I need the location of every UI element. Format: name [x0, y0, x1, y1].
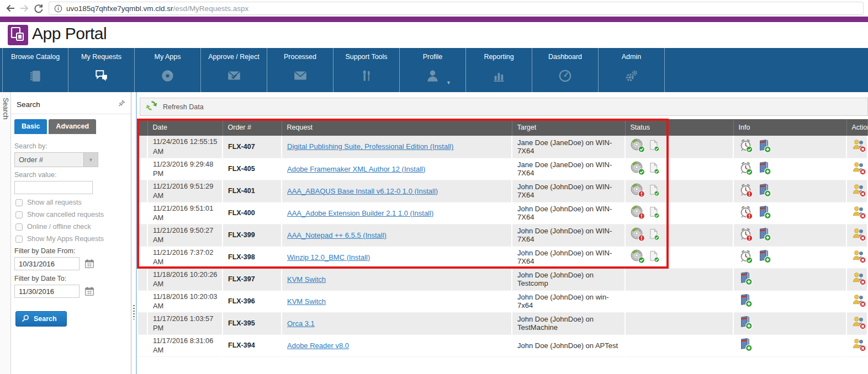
checkbox-show-cancelled-requests[interactable]: Show cancelled requests — [15, 211, 125, 218]
row-edge-cell — [138, 180, 147, 202]
header-order[interactable]: Order # — [223, 119, 282, 136]
order-number: FLX-396 — [223, 290, 282, 312]
search-by-select[interactable]: Order # ▼ — [14, 152, 98, 167]
install-history-icon[interactable] — [739, 271, 753, 287]
cancel-request-icon[interactable] — [852, 139, 866, 154]
tab-basic[interactable]: Basic — [14, 119, 47, 134]
install-history-icon[interactable] — [758, 183, 771, 199]
nav-tab-profile[interactable]: Profile ▼ — [400, 48, 466, 92]
request-link[interactable]: Winzip 12.0_BMC (Install) — [287, 253, 370, 261]
tab-advanced[interactable]: Advanced — [49, 119, 96, 134]
header-request[interactable]: Request — [282, 119, 512, 136]
request-link[interactable]: Adobe Framemaker XML Author 12 (Install) — [287, 165, 425, 173]
nav-tab-browse-catalog[interactable]: Browse Catalog — [2, 48, 68, 92]
refresh-data-button[interactable]: Refresh Data — [163, 103, 204, 111]
cancel-request-icon[interactable] — [852, 316, 866, 331]
request-link[interactable]: AAA_Notepad ++ 6.5.5 (Install) — [287, 231, 387, 239]
request-date: 11/21/2016 9:51:29 AM — [147, 180, 223, 202]
splitter-grip[interactable] — [133, 305, 135, 319]
browser-toolbar: uvo185q7qhfxe7yqmbl.vm.cld.sr/esd/MyRequ… — [0, 0, 868, 17]
cancel-request-icon[interactable] — [852, 228, 866, 243]
schedule-status-clock-icon[interactable] — [739, 183, 754, 199]
cancel-request-icon[interactable] — [852, 184, 866, 199]
install-history-icon[interactable] — [758, 205, 771, 221]
table-row: 11/21/2016 9:51:01 AM FLX-400 AAA_Adobe … — [138, 202, 867, 224]
request-target: John Doe (JohnDoe) on WIN-7X64 — [512, 202, 625, 224]
pin-icon[interactable] — [118, 99, 125, 109]
nav-tab-my-apps[interactable]: My Apps — [135, 48, 201, 92]
install-history-icon[interactable] — [739, 338, 753, 353]
browser-forward-button[interactable] — [18, 2, 30, 14]
header-info[interactable]: Info — [733, 119, 846, 136]
gauge-icon — [532, 69, 598, 85]
envelope-check-icon — [201, 69, 267, 84]
schedule-status-clock-icon[interactable] — [739, 249, 754, 265]
request-link[interactable]: KVM Switch — [287, 297, 326, 306]
checkbox-box[interactable] — [15, 211, 23, 218]
date-from-input[interactable] — [14, 257, 80, 270]
schedule-status-clock-icon[interactable] — [739, 138, 754, 154]
request-date: 11/17/2016 1:03:57 PM — [147, 312, 223, 334]
page-info-icon[interactable] — [54, 4, 62, 13]
grid-toolbar: Refresh Data — [140, 98, 868, 116]
checkbox-show-all-requests[interactable]: Show all requests — [15, 199, 125, 206]
row-edge-cell — [138, 158, 147, 180]
install-history-icon[interactable] — [758, 161, 771, 177]
install-history-icon[interactable] — [739, 316, 753, 331]
install-history-icon[interactable] — [758, 249, 771, 265]
install-status-disc-icon — [631, 205, 645, 221]
cancel-request-icon[interactable] — [852, 206, 866, 221]
schedule-status-clock-icon[interactable] — [739, 227, 754, 243]
address-bar[interactable]: uvo185q7qhfxe7yqmbl.vm.cld.sr/esd/MyRequ… — [49, 2, 864, 15]
request-link[interactable]: KVM Switch — [287, 275, 326, 284]
nav-tab-dashboard[interactable]: Dashboard — [532, 48, 599, 92]
nav-tab-approve-reject[interactable]: Approve / Reject — [201, 48, 267, 92]
install-history-icon[interactable] — [758, 139, 771, 154]
refresh-icon[interactable] — [145, 99, 158, 114]
request-link[interactable]: Orca 3.1 — [287, 319, 315, 328]
cancel-request-icon[interactable] — [852, 272, 866, 287]
schedule-status-clock-icon[interactable] — [739, 161, 754, 177]
profile-dropdown-caret[interactable]: ▼ — [446, 80, 451, 86]
cancel-request-icon[interactable] — [852, 250, 866, 265]
cancel-request-icon[interactable] — [852, 162, 866, 177]
request-link[interactable]: Adobe Reader v8.0 — [287, 341, 349, 350]
chevron-down-icon[interactable]: ▼ — [83, 153, 98, 167]
install-history-icon[interactable] — [739, 293, 753, 309]
cancel-request-icon[interactable] — [852, 338, 866, 353]
header-date[interactable]: Date — [147, 119, 223, 136]
request-link[interactable]: AAA_Adobe Extension Builder 2.1 1.0 (Ins… — [287, 209, 433, 217]
checkbox-show-my-apps-requests[interactable]: Show My Apps Requests — [15, 235, 125, 243]
calendar-icon[interactable] — [84, 286, 94, 296]
app-header: App Portal — [0, 22, 868, 48]
install-status-disc-icon — [631, 227, 645, 243]
table-row: 11/18/2016 10:20:03 AM FLX-396 KVM Switc… — [138, 290, 867, 312]
search-vertical-tab[interactable]: Search — [2, 98, 9, 120]
request-link[interactable]: AAA_ABAQUS Base Install v6.12-0 1.0 (Ins… — [287, 187, 438, 195]
browser-back-button[interactable] — [4, 2, 17, 14]
checkbox-online-offline-check[interactable]: Online / offline check — [15, 223, 125, 231]
request-target: John Doe (JohnDoe) on TestMachine — [512, 312, 625, 334]
install-history-icon[interactable] — [758, 227, 771, 243]
date-to-input[interactable] — [14, 285, 80, 298]
calendar-icon[interactable] — [84, 259, 94, 269]
checkbox-box[interactable] — [15, 223, 23, 231]
header-action[interactable]: Action — [846, 119, 867, 136]
panel-splitter[interactable] — [131, 92, 137, 374]
checkbox-box[interactable] — [15, 199, 23, 206]
browser-reload-button[interactable] — [32, 2, 44, 14]
nav-tab-reporting[interactable]: Reporting — [466, 48, 532, 92]
nav-tab-processed[interactable]: Processed — [267, 48, 334, 92]
cancel-request-icon[interactable] — [852, 294, 866, 309]
nav-tab-support-tools[interactable]: Support Tools — [334, 48, 400, 92]
nav-tab-my-requests[interactable]: My Requests — [68, 48, 135, 92]
request-link[interactable]: Digital Publishing Suite, Professional E… — [287, 142, 453, 151]
schedule-status-clock-icon[interactable] — [739, 205, 754, 221]
nav-tab-admin[interactable]: Admin — [599, 48, 665, 92]
search-value-input[interactable] — [14, 181, 93, 194]
request-target: John Doe (JohnDoe) on WIN-7X64 — [512, 180, 625, 202]
header-status[interactable]: Status — [625, 119, 733, 136]
checkbox-box[interactable] — [15, 236, 23, 243]
search-button[interactable]: Search — [15, 311, 67, 327]
header-target[interactable]: Target — [512, 119, 625, 136]
